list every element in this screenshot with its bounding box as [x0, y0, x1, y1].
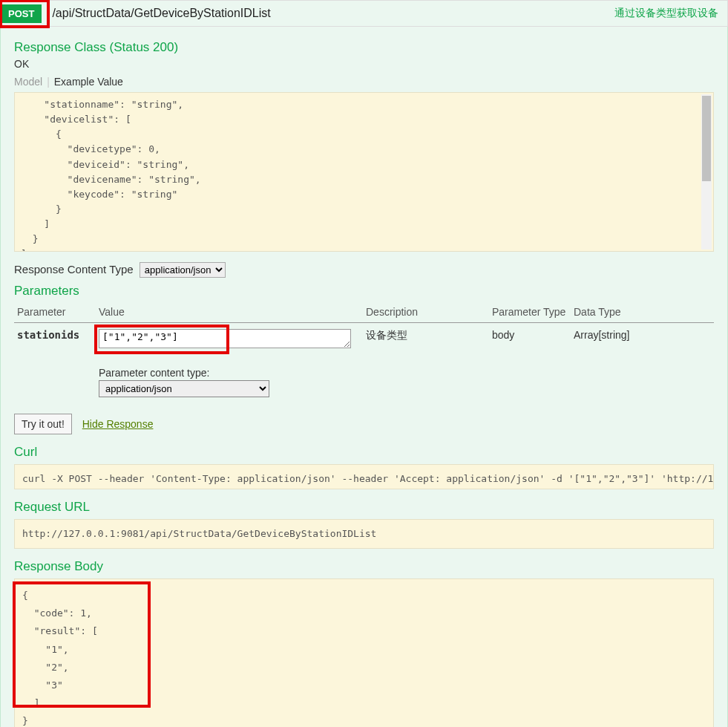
scrollbar-track[interactable]	[701, 94, 712, 250]
col-value: Value	[96, 301, 363, 323]
request-url-output: http://127.0.0.1:9081/api/StructData/Get…	[14, 519, 714, 549]
response-content-type-label: Response Content Type	[14, 263, 134, 276]
col-data-type: Data Type	[571, 301, 714, 323]
tab-model[interactable]: Model	[14, 76, 42, 88]
example-value-text: "stationname": "string", "devicelist": […	[21, 99, 201, 252]
param-type: body	[489, 323, 571, 404]
model-example-tabs: Model|Example Value	[14, 76, 714, 88]
response-class-status: OK	[14, 58, 714, 70]
scrollbar-thumb[interactable]	[702, 96, 711, 181]
table-row: stationids Parameter content type: appli…	[14, 323, 714, 404]
endpoint-summary: 通过设备类型获取设备	[614, 7, 727, 20]
col-parameter: Parameter	[14, 301, 96, 323]
curl-title: Curl	[14, 445, 714, 460]
hide-response-link[interactable]: Hide Response	[82, 418, 154, 430]
actions-row: Try it out! Hide Response	[14, 414, 714, 434]
parameters-table: Parameter Value Description Parameter Ty…	[14, 301, 714, 403]
col-description: Description	[363, 301, 489, 323]
endpoint-path: /api/StructData/GetDeviceByStationIDList	[42, 7, 614, 20]
try-it-out-button[interactable]: Try it out!	[14, 414, 72, 434]
param-content-type-select[interactable]: application/json	[99, 380, 269, 397]
param-name: stationids	[14, 323, 96, 404]
operation-header[interactable]: POST /api/StructData/GetDeviceByStationI…	[0, 0, 728, 27]
response-body-output[interactable]: { "code": 1, "result": [ "1", "2", "3" ]…	[14, 578, 714, 727]
param-content-type-label: Parameter content type:	[99, 367, 360, 379]
example-value-box[interactable]: "stationname": "string", "devicelist": […	[14, 92, 714, 252]
parameters-title: Parameters	[14, 284, 714, 299]
operation-content: Response Class (Status 200) OK Model|Exa…	[0, 27, 728, 727]
tab-example-value[interactable]: Example Value	[54, 76, 123, 88]
param-description: 设备类型	[363, 323, 489, 404]
response-content-type-select[interactable]: application/json	[140, 262, 226, 278]
response-content-type-row: Response Content Type application/json	[14, 262, 714, 278]
http-method-badge: POST	[1, 4, 42, 23]
param-value-input[interactable]	[99, 329, 351, 348]
request-url-title: Request URL	[14, 500, 714, 515]
param-data-type: Array[string]	[571, 323, 714, 404]
col-parameter-type: Parameter Type	[489, 301, 571, 323]
response-body-title: Response Body	[14, 559, 714, 574]
response-class-title: Response Class (Status 200)	[14, 40, 714, 55]
curl-output[interactable]: curl -X POST --header 'Content-Type: app…	[14, 464, 714, 489]
